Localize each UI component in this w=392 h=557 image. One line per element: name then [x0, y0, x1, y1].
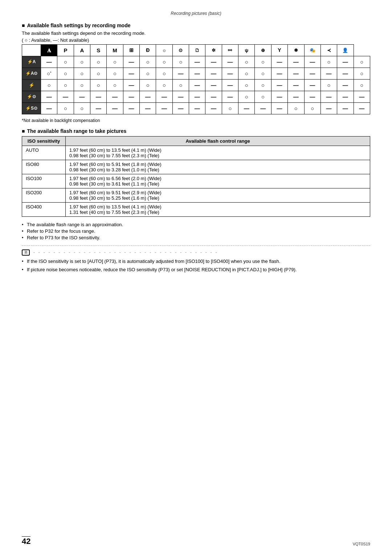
flash-cell: — — [205, 68, 222, 80]
flash-cell: ○ — [255, 68, 271, 80]
range-col-header: Available flash control range — [66, 137, 370, 146]
flash-cell: — — [337, 80, 354, 91]
flash-cell: — — [271, 103, 287, 114]
flash-cell: — — [107, 91, 123, 103]
flash-cell: ○* — [41, 68, 57, 80]
iso-table: ISO sensitivity Available flash control … — [22, 136, 370, 217]
flash-cell: — — [41, 56, 57, 68]
col-snow: ❅ — [288, 45, 304, 56]
flash-cell: — — [90, 103, 107, 114]
col-box: 🗋 — [189, 45, 205, 56]
flash-cell: ○ — [172, 80, 189, 91]
flash-cell: ○ — [90, 68, 107, 80]
bullet-item: Refer to P32 for the focus range. — [22, 228, 370, 234]
note-bullets: If the ISO sensitivity is set to [AUTO] … — [22, 259, 370, 272]
flash-cell: — — [271, 91, 287, 103]
col-P: P — [57, 45, 74, 56]
flash-range-title: The available flash range to take pictur… — [22, 128, 370, 134]
iso-table-row: AUTO1.97 feet (60 cm) to 13.5 feet (4.1 … — [22, 146, 370, 160]
flash-row-header-4: ⚡S⊙ — [22, 103, 41, 114]
flash-cell: — — [222, 91, 238, 103]
flash-cell: ○ — [107, 68, 123, 80]
note-bullet-item: If picture noise becomes noticeable, red… — [22, 267, 370, 272]
flash-settings-title: Available flash settings by recording mo… — [22, 23, 370, 28]
flash-cell: — — [238, 103, 255, 114]
flash-cell: — — [271, 68, 287, 80]
col-person: 👤 — [337, 45, 354, 56]
flash-table-row: ⚡○○○○○—○○○———○○———○—○ — [22, 80, 370, 91]
page-number-wrapper: 42 — [22, 535, 30, 546]
flash-cell: ○ — [222, 103, 238, 114]
col-M: M — [107, 45, 123, 56]
flash-table-wrapper: 𝐀 P A S M ⊞ Ð ☼ ⊙ 🗋 ✲ ⚯ ψ ⊕ Y ❅ 🎭 ≺ 👤 — [22, 44, 370, 114]
flash-cell: ○ — [74, 103, 90, 114]
flash-cell: — — [123, 103, 139, 114]
note-icon: 🖹 — [22, 249, 30, 256]
note-bullet-item: If the ISO sensitivity is set to [AUTO] … — [22, 259, 370, 264]
col-A: 𝐀 — [41, 45, 57, 56]
flash-cell: — — [304, 68, 320, 80]
flash-cell: — — [255, 103, 271, 114]
flash-cell: ○ — [107, 56, 123, 68]
flash-cell: — — [123, 68, 139, 80]
flash-cell: — — [337, 68, 354, 80]
flash-cell: ○ — [90, 56, 107, 68]
flash-cell: — — [172, 103, 189, 114]
col-star: ✲ — [205, 45, 222, 56]
flash-subtitle1: The available flash settings depend on t… — [22, 31, 370, 36]
col-d: Ð — [140, 45, 156, 56]
flash-cell: — — [320, 91, 337, 103]
flash-cell: — — [189, 103, 205, 114]
flash-cell: — — [90, 91, 107, 103]
flash-table-row: ⚡A—○○○○—○○○———○○———○—○ — [22, 56, 370, 68]
flash-cell: — — [271, 56, 287, 68]
flash-cell: ○ — [238, 56, 255, 68]
flash-cell: — — [107, 103, 123, 114]
flash-cell: — — [205, 103, 222, 114]
col-less: ≺ — [320, 45, 337, 56]
iso-table-row: ISO1001.97 feet (60 cm) to 6.56 feet (2.… — [22, 174, 370, 188]
iso-range: 1.97 feet (60 cm) to 6.56 feet (2.0 m) (… — [66, 174, 370, 188]
flash-cell: ○ — [90, 80, 107, 91]
flash-cell: — — [354, 91, 370, 103]
flash-cell: ○ — [57, 103, 74, 114]
flash-cell: ○ — [57, 56, 74, 68]
flash-cell: ○ — [288, 103, 304, 114]
iso-range: 1.97 feet (60 cm) to 13.5 feet (4.1 m) (… — [66, 146, 370, 160]
flash-row-header-2: ⚡ — [22, 80, 41, 91]
page-footer: 42 VQT0S19 — [22, 535, 370, 546]
flash-cell: ○ — [354, 56, 370, 68]
flash-cell: — — [354, 103, 370, 114]
iso-label: ISO400 — [22, 203, 66, 217]
col-circle: ⊙ — [172, 45, 189, 56]
flash-cell: — — [304, 80, 320, 91]
flash-cell: ○ — [107, 80, 123, 91]
flash-cell: — — [337, 56, 354, 68]
iso-table-row: ISO4001.97 feet (60 cm) to 13.5 feet (4.… — [22, 203, 370, 217]
flash-cell: — — [189, 80, 205, 91]
flash-cell: — — [156, 103, 172, 114]
flash-cell: ○ — [140, 80, 156, 91]
flash-cell: — — [288, 68, 304, 80]
col-A2: A — [74, 45, 90, 56]
flash-cell: — — [288, 91, 304, 103]
flash-cell: — — [189, 56, 205, 68]
flash-cell: — — [123, 80, 139, 91]
flash-cell: ○ — [156, 56, 172, 68]
flash-cell: ○ — [156, 68, 172, 80]
flash-cell: ○ — [238, 80, 255, 91]
flash-cell: ○ — [304, 103, 320, 114]
flash-cell: ○ — [354, 68, 370, 80]
flash-settings-table: 𝐀 P A S M ⊞ Ð ☼ ⊙ 🗋 ✲ ⚯ ψ ⊕ Y ❅ 🎭 ≺ 👤 — [22, 44, 370, 114]
flash-cell: ○ — [41, 80, 57, 91]
flash-cell: — — [304, 91, 320, 103]
iso-table-row: ISO801.97 feet (60 cm) to 5.91 feet (1.8… — [22, 160, 370, 174]
page-code: VQT0S19 — [353, 542, 370, 546]
flash-cell: — — [57, 91, 74, 103]
flash-subtitle2: ( ○ : Available, —: Not available) — [22, 37, 370, 43]
iso-label: ISO100 — [22, 174, 66, 188]
col-grid: ⊞ — [123, 45, 139, 56]
header-title: Recording pictures (basic) — [171, 11, 221, 16]
flash-cell: ○ — [74, 56, 90, 68]
flash-row-header-3: ⚡⊙ — [22, 91, 41, 103]
